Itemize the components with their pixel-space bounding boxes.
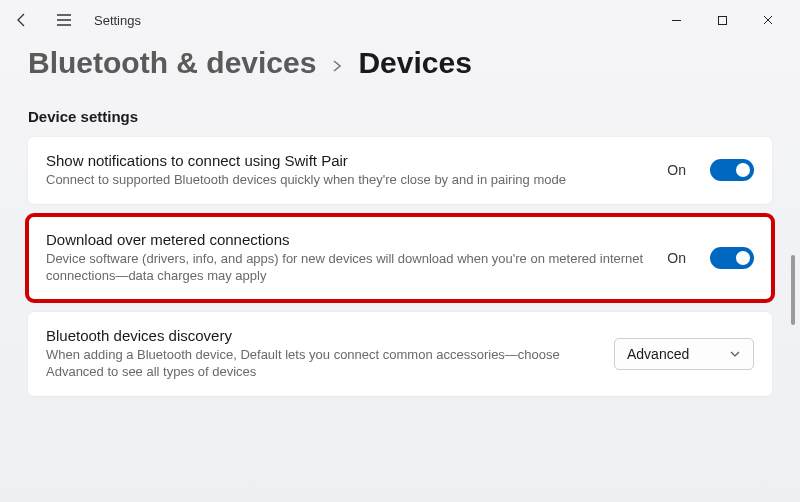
setting-description: Connect to supported Bluetooth devices q… (46, 171, 649, 189)
toggle-status: On (667, 162, 686, 178)
app-title: Settings (94, 13, 141, 28)
discovery-dropdown[interactable]: Advanced (614, 338, 754, 370)
setting-title: Download over metered connections (46, 231, 649, 248)
chevron-right-icon (330, 53, 344, 79)
scrollbar[interactable] (789, 100, 797, 492)
menu-button[interactable] (52, 8, 76, 32)
window-minimize[interactable] (654, 5, 698, 35)
setting-description: Device software (drivers, info, and apps… (46, 250, 649, 285)
breadcrumb: Bluetooth & devices Devices (28, 46, 772, 80)
window-close[interactable] (746, 5, 790, 35)
setting-title: Bluetooth devices discovery (46, 327, 596, 344)
titlebar: Settings (0, 0, 800, 40)
window-maximize[interactable] (700, 5, 744, 35)
dropdown-value: Advanced (627, 346, 689, 362)
svg-rect-0 (718, 16, 726, 24)
breadcrumb-current: Devices (358, 46, 471, 80)
metered-connections-toggle[interactable] (710, 247, 754, 269)
setting-swift-pair: Show notifications to connect using Swif… (28, 137, 772, 204)
setting-bluetooth-discovery: Bluetooth devices discovery When adding … (28, 312, 772, 396)
swift-pair-toggle[interactable] (710, 159, 754, 181)
setting-metered-connections: Download over metered connections Device… (28, 216, 772, 300)
breadcrumb-parent[interactable]: Bluetooth & devices (28, 46, 316, 80)
scrollbar-thumb[interactable] (791, 255, 795, 325)
back-button[interactable] (10, 8, 34, 32)
chevron-down-icon (729, 348, 741, 360)
section-title: Device settings (28, 108, 772, 125)
toggle-status: On (667, 250, 686, 266)
setting-title: Show notifications to connect using Swif… (46, 152, 649, 169)
setting-description: When adding a Bluetooth device, Default … (46, 346, 596, 381)
